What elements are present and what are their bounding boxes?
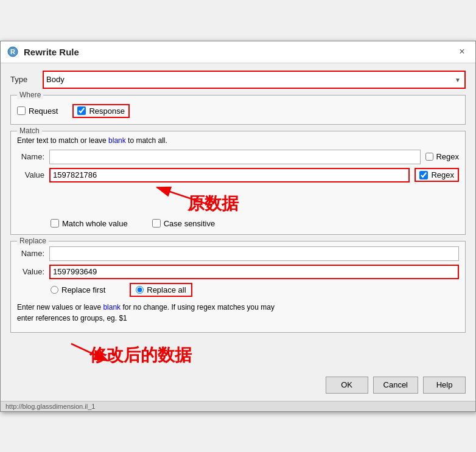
request-label: Request [29,106,58,116]
match-annotation-container: 原数据 [17,186,459,217]
cancel-button[interactable]: Cancel [373,377,418,394]
name-regex-text: Regex [436,152,459,161]
type-select-wrapper[interactable]: Body Header URL ▼ [43,71,466,89]
match-annotation-text: 原数据 [187,192,239,215]
blank-word: blank [108,136,126,145]
match-value-annotation-area: Value Regex [17,168,459,217]
response-checkbox[interactable] [77,106,86,115]
match-hint: Enter text to match or leave blank to ma… [17,136,459,145]
replace-all-radio[interactable] [136,286,144,294]
where-section: Where Request Response [10,95,466,125]
match-section: Match Enter text to match or leave blank… [10,131,466,235]
help-button[interactable]: Help [423,377,466,394]
replace-first-label[interactable]: Replace first [51,285,105,294]
match-value-label: Value [17,170,44,179]
regex-checkbox[interactable] [419,171,428,179]
dialog-title: Rewrite Rule [24,47,79,57]
type-label: Type [10,75,38,84]
replace-hint: Enter new values or leave blank for no c… [17,302,459,324]
replace-all-label[interactable]: Replace all [136,285,186,294]
replace-section: Replace Name: Value: Replace first [10,241,466,333]
replace-legend: Replace [17,237,49,245]
replace-annotation-text: 修改后的数据 [89,344,192,367]
replace-name-row: Name: [17,246,459,261]
replace-all-box: Replace all [130,283,192,297]
response-label: Response [89,106,125,116]
type-select[interactable]: Body Header URL [44,72,464,88]
url-bar: http://blog.glassdimension.il_1 [1,401,475,411]
request-checkbox[interactable] [17,106,26,115]
case-sensitive-checkbox[interactable] [152,219,161,228]
request-checkbox-label[interactable]: Request [17,106,58,116]
name-regex-checkbox[interactable] [425,153,433,161]
blank-word2: blank [103,303,121,311]
svg-text:R: R [10,48,15,55]
match-name-row: Name: Regex [17,150,459,164]
regex-box: Regex [415,168,459,182]
response-checkbox-label[interactable]: Response [77,106,125,116]
regex-checkbox-label[interactable]: Regex [419,170,454,179]
replace-first-text: Replace first [61,285,105,294]
replace-all-text: Replace all [147,285,186,294]
dialog-icon: R [7,46,19,58]
replace-name-label: Name: [17,249,44,258]
title-bar: R Rewrite Rule × [1,41,475,63]
replace-value-row: Value: [17,265,459,279]
match-whole-checkbox[interactable] [51,219,59,228]
match-name-input[interactable] [49,150,421,164]
replace-name-input[interactable] [49,246,459,261]
replace-radio-row: Replace first Replace all [17,283,459,297]
replace-value-label: Value: [17,267,44,276]
bottom-buttons: OK Cancel Help [1,372,475,401]
case-sensitive-text: Case sensitive [164,219,215,228]
match-legend: Match [17,127,42,135]
replace-first-radio[interactable] [51,286,58,294]
title-bar-left: R Rewrite Rule [7,46,79,58]
where-legend: Where [17,91,43,99]
regex-text: Regex [431,170,454,179]
type-row: Type Body Header URL ▼ [10,71,466,89]
name-regex-label[interactable]: Regex [425,152,459,161]
where-checkbox-row: Request Response [17,104,459,118]
dialog-body: Type Body Header URL ▼ Where Request [1,63,475,372]
url-text: http://blog.glassdimension.il_1 [5,403,95,410]
match-whole-text: Match whole value [62,219,128,228]
close-button[interactable]: × [455,44,469,59]
replace-value-input[interactable] [49,265,459,279]
match-name-label: Name: [17,152,44,161]
ok-button[interactable]: OK [326,377,368,394]
replace-annotation-container: 修改后的数据 [10,339,466,366]
match-whole-label[interactable]: Match whole value [51,219,128,228]
rewrite-rule-dialog: R Rewrite Rule × Type Body Header URL ▼ … [0,41,476,412]
case-sensitive-label[interactable]: Case sensitive [152,219,215,228]
match-options-row: Match whole value Case sensitive [17,219,459,228]
response-box: Response [72,104,130,118]
